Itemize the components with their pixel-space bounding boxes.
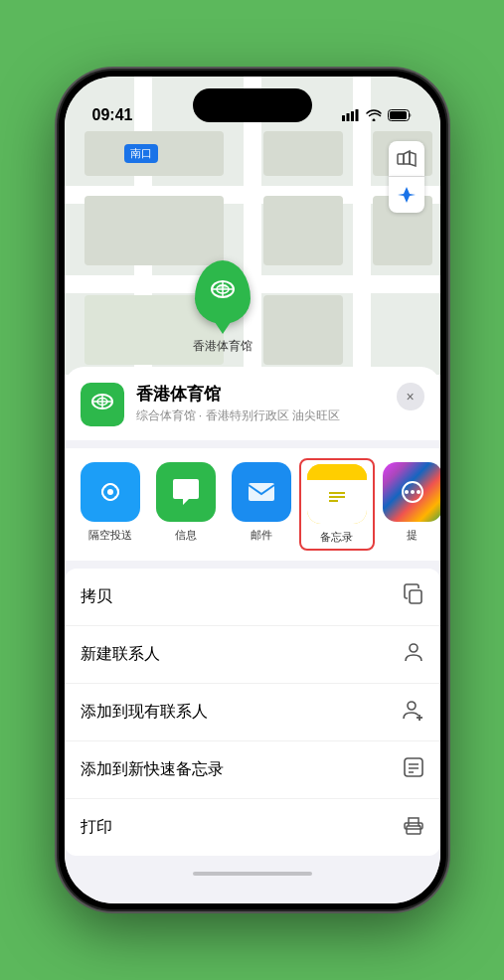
block2 xyxy=(263,196,343,265)
dynamic-island xyxy=(193,88,312,122)
action-add-contact[interactable]: 添加到现有联系人 xyxy=(65,684,440,741)
notes-icon xyxy=(307,464,367,524)
status-icons xyxy=(342,109,413,124)
location-button[interactable] xyxy=(389,177,424,213)
action-print-label: 打印 xyxy=(81,817,112,838)
place-subtitle: 综合体育馆 · 香港特别行政区 油尖旺区 xyxy=(136,408,385,424)
action-copy-label: 拷贝 xyxy=(81,586,112,607)
status-time: 09:41 xyxy=(92,106,133,124)
home-indicator xyxy=(65,864,440,884)
printer-icon xyxy=(403,814,424,841)
notes-square-icon xyxy=(403,756,424,783)
more-icon xyxy=(383,462,440,522)
map-type-button[interactable] xyxy=(389,141,424,177)
mail-icon xyxy=(232,462,291,522)
action-new-contact-label: 新建联系人 xyxy=(81,644,160,665)
airdrop-icon xyxy=(81,462,140,522)
place-name: 香港体育馆 xyxy=(136,383,385,406)
action-print[interactable]: 打印 xyxy=(65,799,440,856)
svg-point-27 xyxy=(417,490,420,494)
bottom-sheet: 香港体育馆 综合体育馆 · 香港特别行政区 油尖旺区 × 隔空投送 xyxy=(65,367,440,903)
block7 xyxy=(263,131,343,176)
svg-rect-33 xyxy=(405,758,422,776)
mail-label: 邮件 xyxy=(251,528,272,543)
svg-point-29 xyxy=(410,644,418,652)
svg-rect-28 xyxy=(410,590,421,603)
messages-label: 信息 xyxy=(175,528,197,543)
person-add-icon xyxy=(403,699,424,726)
block1 xyxy=(84,196,224,265)
svg-rect-37 xyxy=(407,826,420,834)
home-bar xyxy=(193,872,312,876)
svg-marker-7 xyxy=(404,151,410,164)
close-button[interactable]: × xyxy=(397,383,424,410)
place-header: 香港体育馆 综合体育馆 · 香港特别行政区 油尖旺区 × xyxy=(65,367,440,440)
phone-frame: 09:41 xyxy=(59,71,446,909)
svg-rect-2 xyxy=(351,111,354,121)
svg-rect-1 xyxy=(346,113,349,121)
share-item-messages[interactable]: 信息 xyxy=(152,462,220,547)
messages-icon xyxy=(156,462,216,522)
map-controls[interactable] xyxy=(389,141,424,213)
copy-icon xyxy=(403,583,424,610)
svg-point-30 xyxy=(408,702,416,710)
svg-point-19 xyxy=(107,489,113,495)
action-list: 拷贝 新建联系人 添加到现有联系人 xyxy=(65,569,440,856)
action-new-contact[interactable]: 新建联系人 xyxy=(65,626,440,684)
svg-rect-6 xyxy=(398,154,404,164)
share-item-mail[interactable]: 邮件 xyxy=(228,462,295,547)
svg-point-39 xyxy=(419,825,420,827)
share-item-notes[interactable]: 备忘录 xyxy=(303,462,371,547)
airdrop-label: 隔空投送 xyxy=(88,528,132,543)
more-label: 提 xyxy=(407,528,418,543)
block5 xyxy=(263,295,343,365)
svg-rect-0 xyxy=(342,115,345,121)
share-item-more[interactable]: 提 xyxy=(379,462,440,547)
wifi-icon xyxy=(366,109,382,124)
place-info: 香港体育馆 综合体育馆 · 香港特别行政区 油尖旺区 xyxy=(136,383,385,424)
phone-screen: 09:41 xyxy=(65,77,440,903)
share-item-airdrop[interactable]: 隔空投送 xyxy=(77,462,144,547)
action-copy[interactable]: 拷贝 xyxy=(65,569,440,626)
svg-rect-5 xyxy=(390,111,407,119)
svg-rect-20 xyxy=(249,483,274,501)
map-label-text: 南口 xyxy=(130,147,152,159)
svg-rect-13 xyxy=(219,284,227,288)
battery-icon xyxy=(388,109,413,124)
signal-icon xyxy=(342,109,360,124)
action-quick-notes-label: 添加到新快速备忘录 xyxy=(81,759,224,780)
svg-point-26 xyxy=(405,490,409,494)
svg-rect-3 xyxy=(355,109,358,121)
svg-point-25 xyxy=(411,490,415,494)
map-label: 南口 xyxy=(124,144,158,163)
marker-label: 香港体育馆 xyxy=(193,338,252,355)
stadium-marker: 香港体育馆 xyxy=(193,260,252,355)
svg-marker-8 xyxy=(410,152,416,166)
person-icon xyxy=(403,641,424,668)
action-add-contact-label: 添加到现有联系人 xyxy=(81,702,208,723)
place-icon xyxy=(81,383,124,426)
action-quick-notes[interactable]: 添加到新快速备忘录 xyxy=(65,741,440,799)
share-row: 隔空投送 信息 邮件 xyxy=(65,448,440,561)
marker-pin xyxy=(195,260,251,324)
notes-label: 备忘录 xyxy=(320,530,353,545)
